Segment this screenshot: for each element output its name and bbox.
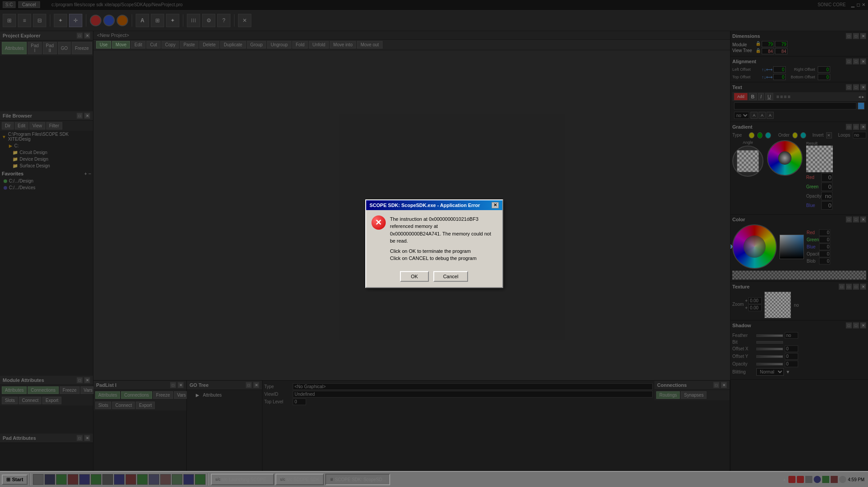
dialog-cancel-button[interactable]: Cancel bbox=[433, 271, 468, 282]
dialog-overlay: SCOPE SDK: ScopeSDK.exe - Application Er… bbox=[0, 0, 868, 487]
dialog-ok-button[interactable]: OK bbox=[400, 271, 429, 282]
dialog-close-btn[interactable]: ✕ bbox=[492, 202, 499, 208]
dialog-error-icon: ✕ bbox=[371, 215, 386, 230]
dialog-message-line4: Click on OK to terminate the program bbox=[390, 248, 497, 255]
dialog-message: The instruction at 0x000000001021óBF3 re… bbox=[390, 215, 497, 262]
error-dialog: SCOPE SDK: ScopeSDK.exe - Application Er… bbox=[365, 199, 503, 288]
dialog-body: ✕ The instruction at 0x000000001021óBF3 … bbox=[366, 210, 502, 268]
dialog-title: SCOPE SDK: ScopeSDK.exe - Application Er… bbox=[370, 203, 480, 208]
dialog-buttons: OK Cancel bbox=[366, 268, 502, 287]
dialog-titlebar: SCOPE SDK: ScopeSDK.exe - Application Er… bbox=[366, 200, 502, 210]
dialog-message-line5: Click on CANCEL to debug the program bbox=[390, 255, 497, 262]
dialog-message-line2: 0x000000000B24A741. The memory could not… bbox=[390, 230, 497, 245]
dialog-message-line1: The instruction at 0x000000001021óBF3 re… bbox=[390, 215, 497, 230]
